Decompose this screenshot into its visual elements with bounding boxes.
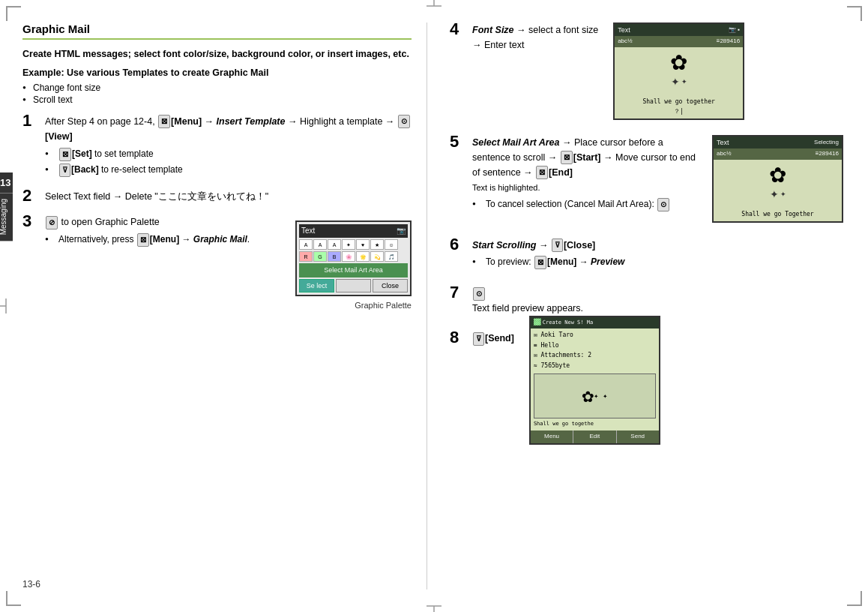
end-key: ⊠ — [536, 166, 548, 179]
section-description: Create HTML messages; select font color/… — [22, 47, 412, 62]
menu-key: ⊠ — [158, 115, 170, 128]
left-column: 13 Messaging Graphic Mail Create HTML me… — [22, 22, 427, 590]
right-column: 4 Font Size → select a font size→ Enter … — [427, 22, 846, 590]
circle-key: ⊙ — [473, 287, 485, 301]
phone-line-3: ✉ Attachments: 2 — [534, 351, 656, 361]
step-2: 2 Select Text field → Delete "ここに文章をいれてね… — [22, 189, 412, 204]
phone-image-area: ✿ ✦ ✦ — [534, 374, 656, 418]
step-1-content: After Step 4 on page 12-4, ⊠[Menu] → Ins… — [45, 114, 412, 178]
step-8: 8 ⊽[Send] ▓▓ Create New S! Ma ✉ Aoki Tar… — [450, 331, 846, 445]
select-btn: Se lect — [299, 279, 334, 292]
step-4-content: Font Size → select a font size→ Enter te… — [472, 22, 846, 120]
step-1: 1 After Step 4 on page 12-4, ⊠[Menu] → I… — [22, 114, 412, 178]
corner-mark-br — [847, 591, 862, 606]
phone-flower-icon2: ✿ — [769, 165, 786, 186]
phone-screen-3: ▓▓ Create New S! Ma ✉ Aoki Taro ≡ Hello … — [529, 316, 660, 445]
menu-key3: ⊠ — [534, 256, 546, 269]
phone-flower3: ✿ — [582, 380, 594, 412]
chapter-number: 13 — [0, 172, 13, 193]
step-4: 4 Font Size → select a font size→ Enter … — [450, 22, 846, 120]
step-5-content: Select Mail Art Area → Place cursor befo… — [472, 135, 846, 223]
chapter-title: Messaging — [0, 193, 13, 241]
step-7-number: 7 — [450, 284, 472, 301]
menu-key2: ⊠ — [137, 233, 149, 247]
bullet-list: Change font size Scroll text — [22, 82, 412, 105]
corner-mark-tl — [6, 6, 21, 21]
preview-label: Preview — [591, 256, 624, 267]
left-mark — [0, 298, 12, 314]
center-mark-bottom — [427, 600, 441, 612]
phone-2-text: Shall we go Together — [714, 208, 842, 221]
text-highlighted-note: Text is highlighted. — [472, 183, 540, 192]
step-3-subbullets: Alternatively, press ⊠[Menu] → Graphic M… — [45, 232, 288, 247]
back-key: ⊽ — [59, 164, 70, 177]
graphic-mail-label: Graphic Mail — [193, 234, 247, 244]
menu-item-send: Send — [617, 430, 659, 443]
phone-1-text: Shall we go together？| — [615, 96, 743, 118]
step-7: 7 ⊙ Text field preview appears. — [450, 286, 846, 316]
step-5-number: 5 — [450, 134, 472, 150]
phone-3-menu: Menu Edit Send — [531, 430, 659, 443]
step-6-number: 6 — [450, 236, 472, 253]
step-4-number: 4 — [450, 21, 472, 38]
select-mail-art-area-label: Select Mail Art Area — [472, 137, 559, 148]
step-8-number: 8 — [450, 329, 472, 346]
step-6: 6 Start Scrolling → ⊽[Close] To preview:… — [450, 238, 846, 271]
start-scrolling-label: Start Scrolling — [472, 240, 536, 250]
phone-stars3: ✦ ✦ — [594, 390, 607, 402]
bullet-item: Scroll text — [22, 94, 412, 105]
close-key: ⊽ — [552, 238, 563, 252]
center-mark-top — [427, 0, 441, 12]
select-mail-art-label: Select Mail Art Area — [299, 263, 408, 277]
step-3-content: ⊘ to open Graphic Palette Alternatively,… — [45, 214, 412, 312]
corner-mark-tr — [847, 6, 862, 21]
phone-screen-1: Text 📷 ▪ abc½ ≡289416 ✿ ✦ ✦ Shal — [613, 22, 744, 120]
phone-3-body: ✉ Aoki Taro ≡ Hello ✉ Attachments: 2 ≈ 7… — [531, 328, 659, 430]
close-btn: Close — [373, 279, 408, 292]
phone-screen-2: Text Selecting abc½ ≡289416 ✿ ✦ ✦ — [712, 135, 843, 223]
cancel-note: To cancel selection (Cancel Mail Art Are… — [472, 197, 697, 212]
phone-line-4: ≈ 7565byte — [534, 362, 656, 371]
step-6-content: Start Scrolling → ⊽[Close] To preview: ⊠… — [472, 238, 846, 271]
menu-item-menu: Menu — [531, 430, 573, 443]
cancel-key: ⊙ — [657, 198, 669, 212]
corner-mark-bl — [6, 591, 21, 606]
font-size-label: Font Size — [472, 25, 514, 35]
sub-bullet: ⊠[Set] to set template — [45, 147, 412, 161]
view-key: ⊙ — [398, 115, 410, 128]
insert-template-label: Insert Template — [217, 116, 286, 127]
step-3-number: 3 — [22, 213, 45, 230]
phone-line-1: ✉ Aoki Taro — [534, 331, 656, 340]
menu-item-edit: Edit — [573, 430, 616, 443]
sub-bullet: ⊽[Back] to re-select template — [45, 163, 412, 177]
preview-note: To preview: ⊠[Menu] → Preview — [472, 255, 846, 269]
start-key: ⊠ — [561, 151, 573, 164]
blank-btn — [336, 279, 371, 292]
step-8-content: ⊽[Send] ▓▓ Create New S! Ma ✉ Aoki Taro … — [472, 331, 846, 445]
phone-3-bottom-text: Shall we go togethe — [534, 420, 656, 428]
phone-line-2: ≡ Hello — [534, 341, 656, 351]
open-key: ⊘ — [46, 216, 58, 230]
phone-3-title: ▓▓ Create New S! Ma — [531, 317, 659, 328]
section-title: Graphic Mail — [22, 22, 412, 40]
palette-label: Graphic Palette — [355, 299, 412, 313]
step-1-number: 1 — [22, 112, 45, 129]
page-number: 13-6 — [22, 579, 40, 590]
step-2-content: Select Text field → Delete "ここに文章をいれてね！" — [45, 189, 412, 204]
phone-flower-icon: ✿ — [670, 52, 687, 74]
step-5: 5 Select Mail Art Area → Place cursor be… — [450, 135, 846, 223]
example-title: Example: Use various Templates to create… — [22, 68, 412, 78]
sub-bullet: Alternatively, press ⊠[Menu] → Graphic M… — [45, 232, 288, 247]
send-key: ⊽ — [473, 332, 484, 346]
set-key: ⊠ — [59, 148, 71, 161]
step-7-content: ⊙ Text field preview appears. — [472, 286, 846, 316]
bullet-item: Change font size — [22, 82, 412, 93]
step-1-subbullets: ⊠[Set] to set template ⊽[Back] to re-sel… — [45, 147, 412, 177]
step-3: 3 ⊘ to open Graphic Palette Alternativel… — [22, 214, 412, 312]
step-7-note: Text field preview appears. — [472, 303, 583, 314]
step-2-number: 2 — [22, 188, 45, 204]
palette-image: Text 📷 A A A ✦ ♥ ★ ☺ — [295, 220, 412, 312]
